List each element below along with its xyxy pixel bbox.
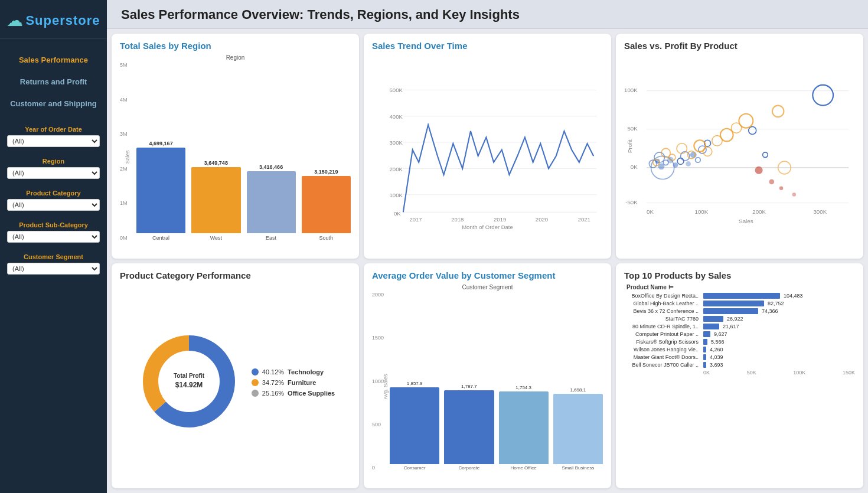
avg-bar-consumer: 1,857.9 Consumer — [390, 381, 439, 471]
card-title-sales-profit: Sales vs. Profit By Product — [624, 41, 855, 51]
svg-text:-50K: -50K — [625, 199, 638, 205]
svg-text:2020: 2020 — [536, 216, 548, 223]
svg-text:100K: 100K — [694, 208, 708, 215]
svg-text:300K: 300K — [813, 208, 827, 215]
card-total-sales-region: Total Sales by Region Region 5M 4M 3M 2M… — [112, 34, 359, 259]
nav-items: Sales Performance Returns and Profit Cus… — [0, 39, 107, 121]
filter-segment: Customer Segment (All) — [0, 249, 107, 280]
svg-point-42 — [686, 161, 691, 166]
table-row: 80 Minute CD-R Spindle, 1.. 21,617 — [624, 324, 855, 329]
filter-subcategory-select[interactable]: (All) — [7, 231, 100, 243]
legend-office-supplies: 25.16% Office Supplies — [252, 390, 335, 397]
card-title-sales-region: Total Sales by Region — [120, 41, 351, 51]
filter-category: Product Category (All) — [0, 185, 107, 217]
avg-bar-chart: Customer Segment 2000 1500 1000 500 0 Av… — [372, 284, 603, 481]
table-row: StarTAC 7760 26,922 — [624, 316, 855, 322]
svg-text:0K: 0K — [631, 164, 638, 170]
bar-west: 3,649,748 West — [191, 160, 240, 241]
bar-chart-region: Region 5M 4M 3M 2M 1M 0M Sales — [120, 54, 351, 252]
card-title-top10: Top 10 Products by Sales — [624, 270, 855, 280]
svg-text:0K: 0K — [647, 208, 654, 215]
table-row: BoxOffice By Design Recta.. 104,483 — [624, 293, 855, 299]
svg-point-44 — [696, 158, 701, 163]
filter-segment-label: Customer Segment — [7, 253, 100, 260]
svg-point-54 — [677, 143, 687, 154]
table-row: Bevis 36 x 72 Conference .. 74,366 — [624, 308, 855, 314]
svg-text:200K: 200K — [752, 208, 766, 215]
bar-east: 3,416,466 East — [247, 164, 296, 241]
region-chart-label: Region — [120, 54, 351, 61]
svg-point-67 — [792, 192, 797, 197]
donut-chart-area: Total Profit $14.92M 40.12% Technology 3… — [120, 284, 351, 481]
main-content: Sales Performance Overview: Trends, Regi… — [107, 0, 868, 493]
card-title-sales-trend: Sales Trend Over Time — [372, 41, 603, 51]
svg-text:2017: 2017 — [409, 216, 422, 223]
main-header: Sales Performance Overview: Trends, Regi… — [107, 0, 868, 29]
svg-text:300K: 300K — [390, 139, 403, 146]
sales-trend-svg: 500K 400K 300K 200K 100K 0K 20 — [372, 54, 603, 252]
filter-category-label: Product Category — [7, 190, 100, 197]
svg-point-59 — [720, 129, 733, 142]
table-row: Master Giant Foot® Doors.. 4,039 — [624, 354, 855, 360]
donut-container: Total Profit $14.92M — [136, 328, 242, 437]
filter-segment-select[interactable]: (All) — [7, 263, 100, 275]
svg-point-62 — [772, 106, 784, 117]
bar-south: 3,150,219 South — [302, 169, 351, 241]
svg-point-50 — [812, 85, 833, 106]
avg-segment-label: Customer Segment — [372, 284, 603, 290]
avg-y-axis: 2000 1500 1000 500 0 — [372, 292, 384, 471]
avg-bars-container: 2000 1500 1000 500 0 Avg. Sales 1,857.9 … — [372, 292, 603, 481]
top10-header: Product Name ⊨ — [624, 284, 855, 290]
donut-svg: Total Profit $14.92M — [136, 328, 242, 435]
filter-year-label: Year of Order Date — [7, 126, 100, 133]
svg-text:500K: 500K — [390, 87, 403, 93]
y-axis-title-region: Sales — [125, 150, 130, 164]
nav-item-returns-profit[interactable]: Returns and Profit — [0, 71, 107, 92]
logo-icon: ☁ — [6, 11, 23, 30]
card-title-avg-order: Average Order Value by Customer Segment — [372, 270, 603, 280]
top10-list: Product Name ⊨ BoxOffice By Design Recta… — [624, 284, 855, 481]
svg-text:Sales: Sales — [739, 218, 753, 224]
filter-region-select[interactable]: (All) — [7, 167, 100, 179]
table-row: Computer Printout Paper .. 9,627 — [624, 331, 855, 337]
svg-text:Total Profit: Total Profit — [174, 373, 205, 379]
card-top10-products: Top 10 Products by Sales Product Name ⊨ … — [616, 263, 863, 488]
avg-bars: 1,857.9 Consumer 1,787.7 Corporate 1,754… — [390, 292, 603, 471]
table-row: Bell Sonecor JB700 Caller .. 3,693 — [624, 362, 855, 368]
svg-text:2021: 2021 — [578, 216, 590, 223]
filter-subcategory: Product Sub-Category (All) — [0, 217, 107, 249]
bar-central: 4,699,167 Central — [136, 141, 185, 241]
svg-text:50K: 50K — [627, 125, 638, 132]
svg-text:100K: 100K — [624, 87, 638, 93]
filter-subcategory-label: Product Sub-Category — [7, 221, 100, 228]
svg-point-40 — [677, 158, 684, 165]
table-row: Fiskars® Softgrip Scissors 5,566 — [624, 339, 855, 345]
filter-category-select[interactable]: (All) — [7, 199, 100, 211]
nav-item-customer-shipping[interactable]: Customer and Shipping — [0, 93, 107, 114]
avg-y-title: Avg. Sales — [383, 374, 389, 399]
filter-year: Year of Order Date (All) — [0, 121, 107, 153]
filter-year-select[interactable]: (All) — [7, 135, 100, 147]
svg-text:$14.92M: $14.92M — [175, 381, 203, 389]
filter-region-label: Region — [7, 158, 100, 165]
legend-furniture: 34.72% Furniture — [252, 379, 335, 386]
avg-bar-corporate: 1,787.7 Corporate — [444, 384, 494, 471]
table-row: Global High-Back Leather .. 82,752 — [624, 301, 855, 306]
table-row: Wilson Jones Hanging Vie.. 4,260 — [624, 347, 855, 352]
filter-region: Region (All) — [0, 153, 107, 185]
svg-text:2019: 2019 — [494, 216, 506, 223]
legend-technology: 40.12% Technology — [252, 368, 335, 376]
bars-region: 4,699,167 Central 3,649,748 West 3,416,4… — [136, 62, 351, 241]
svg-text:Profit: Profit — [626, 139, 633, 153]
card-sales-profit: Sales vs. Profit By Product 100K 50K 0K … — [616, 34, 863, 259]
svg-point-48 — [749, 126, 756, 134]
svg-text:2018: 2018 — [451, 216, 464, 223]
svg-text:200K: 200K — [390, 166, 403, 172]
nav-item-sales-performance[interactable]: Sales Performance — [0, 50, 107, 70]
svg-text:400K: 400K — [390, 113, 403, 120]
scatter-chart-area: 100K 50K 0K -50K Profit 0K 100K — [624, 54, 855, 252]
svg-point-61 — [739, 114, 753, 128]
top10-x-axis: 0K 50K 100K 150K — [624, 370, 855, 376]
dashboard-grid: Total Sales by Region Region 5M 4M 3M 2M… — [107, 29, 868, 493]
svg-point-57 — [703, 147, 712, 156]
